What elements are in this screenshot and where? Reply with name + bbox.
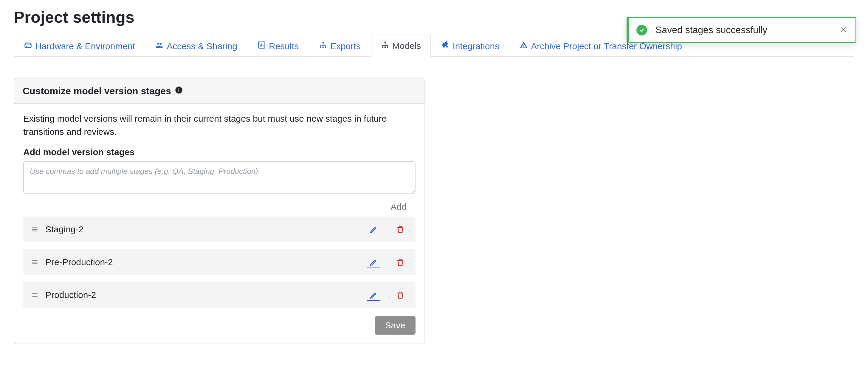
stage-row: Production-2 — [23, 282, 415, 308]
panel-description: Existing model versions will remain in t… — [23, 112, 415, 138]
svg-rect-6 — [320, 47, 321, 48]
sitemap-icon — [319, 41, 327, 51]
tab-label: Hardware & Environment — [35, 41, 135, 51]
tab-results[interactable]: Results — [247, 35, 309, 57]
warning-icon — [520, 41, 528, 51]
stage-row: Staging-2 — [23, 217, 415, 242]
stage-row: Pre-Production-2 — [23, 249, 415, 275]
tab-label: Results — [269, 41, 299, 51]
svg-rect-9 — [384, 42, 386, 43]
bar-chart-icon — [257, 41, 266, 51]
close-icon — [839, 25, 848, 35]
drag-handle-icon[interactable] — [31, 258, 39, 266]
tab-label: Integrations — [453, 41, 499, 51]
delete-stage-button[interactable] — [394, 223, 407, 236]
svg-rect-14 — [179, 89, 179, 92]
hdd-icon — [24, 41, 32, 51]
add-stages-input[interactable] — [23, 161, 415, 194]
svg-point-3 — [160, 43, 161, 45]
add-stages-label: Add model version stages — [23, 147, 415, 157]
tab-access[interactable]: Access & Sharing — [145, 35, 247, 57]
svg-rect-7 — [322, 47, 324, 48]
tab-models[interactable]: Models — [371, 35, 431, 57]
svg-rect-15 — [179, 88, 179, 89]
tab-label: Models — [392, 41, 421, 51]
tab-label: Exports — [330, 41, 361, 51]
toast-success: Saved stages successfully — [626, 17, 856, 42]
edit-stage-button[interactable] — [367, 256, 380, 268]
svg-rect-8 — [325, 47, 327, 48]
delete-stage-button[interactable] — [394, 289, 407, 301]
puzzle-icon — [441, 41, 450, 51]
delete-stage-button[interactable] — [394, 256, 407, 268]
svg-rect-12 — [387, 47, 389, 48]
customize-stages-panel: Customize model version stages Existing … — [14, 79, 425, 344]
tab-hardware[interactable]: Hardware & Environment — [14, 35, 145, 57]
svg-point-1 — [26, 46, 27, 47]
svg-rect-5 — [322, 42, 324, 44]
add-button[interactable]: Add — [391, 202, 407, 212]
svg-rect-10 — [382, 47, 383, 48]
toast-close-button[interactable] — [839, 25, 848, 35]
drag-handle-icon[interactable] — [31, 291, 39, 299]
panel-title: Customize model version stages — [23, 86, 171, 97]
stage-name: Staging-2 — [45, 224, 361, 234]
edit-stage-button[interactable] — [367, 223, 380, 235]
stage-list: Staging-2 Pre-Production-2 — [23, 217, 415, 308]
sitemap-icon — [381, 40, 389, 51]
drag-handle-icon[interactable] — [31, 226, 39, 233]
svg-rect-11 — [384, 47, 386, 48]
info-icon[interactable] — [175, 86, 183, 97]
tab-integrations[interactable]: Integrations — [431, 35, 509, 57]
people-icon — [155, 41, 164, 51]
panel-header: Customize model version stages — [14, 79, 425, 104]
edit-stage-button[interactable] — [367, 289, 380, 301]
save-button[interactable]: Save — [375, 316, 415, 335]
tab-label: Access & Sharing — [166, 41, 237, 51]
toast-message: Saved stages successfully — [655, 25, 831, 35]
check-circle-icon — [637, 25, 647, 35]
svg-point-2 — [157, 42, 159, 45]
tab-exports[interactable]: Exports — [309, 35, 371, 57]
svg-rect-0 — [25, 44, 31, 48]
stage-name: Production-2 — [45, 290, 361, 300]
stage-name: Pre-Production-2 — [45, 257, 361, 267]
